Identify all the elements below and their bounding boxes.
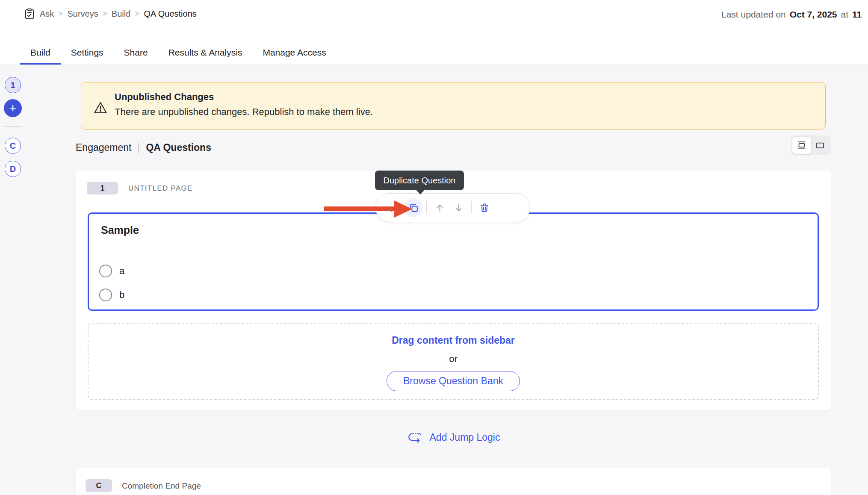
move-up-icon xyxy=(434,203,445,213)
unpublished-changes-banner: Unpublished Changes There are unpublishe… xyxy=(81,82,826,130)
page-number-badge: 1 xyxy=(87,182,118,194)
breadcrumb-item-surveys[interactable]: Surveys xyxy=(67,9,98,19)
context-divider: | xyxy=(137,142,140,153)
last-updated-time: 11 xyxy=(852,9,862,20)
scroll-view-icon xyxy=(796,140,807,151)
breadcrumb: Ask > Surveys > Build > QA Questions xyxy=(24,8,197,20)
add-jump-logic-label: Add Jump Logic xyxy=(430,432,500,443)
tab-manage-access[interactable]: Manage Access xyxy=(252,42,336,65)
move-question-down-button[interactable] xyxy=(449,198,468,217)
toolbar-divider xyxy=(426,201,427,214)
card-view-icon xyxy=(815,140,826,151)
app-header: Ask > Surveys > Build > QA Questions Las… xyxy=(0,0,868,65)
completion-end-page-card[interactable]: C Completion End Page xyxy=(76,468,831,495)
question-option-row: b xyxy=(99,289,124,301)
survey-builder-screen: Ask > Surveys > Build > QA Questions Las… xyxy=(0,0,868,495)
tab-share[interactable]: Share xyxy=(114,42,158,65)
rail-completion-button[interactable]: C xyxy=(5,138,21,154)
completion-badge: C xyxy=(86,479,112,492)
breadcrumb-item-current: QA Questions xyxy=(144,9,196,19)
delete-question-button[interactable] xyxy=(475,198,494,217)
duplicate-question-tooltip: Duplicate Question xyxy=(375,171,464,190)
delete-icon xyxy=(479,202,490,213)
survey-page-card: 1 UNTITLED PAGE Duplicate Question xyxy=(76,171,831,410)
warning-triangle-icon xyxy=(93,100,108,115)
question-block[interactable]: Sample a b xyxy=(88,212,819,311)
card-view-button[interactable] xyxy=(811,137,830,154)
last-updated-date: Oct 7, 2025 xyxy=(790,9,837,20)
browse-question-bank-button[interactable]: Browse Question Bank xyxy=(387,371,520,391)
dropzone-or-text: or xyxy=(89,354,818,365)
completion-label: Completion End Page xyxy=(122,481,201,491)
survey-name: Engagement xyxy=(76,142,131,153)
radio-button[interactable] xyxy=(99,289,112,301)
rail-disqualification-button[interactable]: D xyxy=(5,161,21,177)
toolbar-divider xyxy=(471,201,472,214)
tooltip-caret xyxy=(416,190,425,194)
rail-divider xyxy=(4,127,21,127)
radio-button[interactable] xyxy=(99,265,112,277)
tooltip-label: Duplicate Question xyxy=(384,176,456,186)
question-option-row: a xyxy=(99,265,124,277)
option-label: a xyxy=(119,265,124,277)
scroll-view-button[interactable] xyxy=(792,137,811,154)
breadcrumb-item-build[interactable]: Build xyxy=(112,9,130,19)
content-dropzone[interactable]: Drag content from sidebar or Browse Ques… xyxy=(88,323,819,400)
plus-icon: + xyxy=(9,101,17,115)
tab-results-analysis[interactable]: Results & Analysis xyxy=(158,42,253,65)
section-title: QA Questions xyxy=(146,142,211,153)
last-updated-status: Last updated on Oct 7, 2025 at 11 xyxy=(721,9,862,20)
dropzone-primary-text: Drag content from sidebar xyxy=(89,335,818,346)
red-arrow-shaft xyxy=(324,206,396,211)
view-toggle xyxy=(791,136,831,155)
breadcrumb-separator: > xyxy=(135,9,139,18)
last-updated-at: at xyxy=(841,9,849,20)
rail-page-1-button[interactable]: 1 xyxy=(5,77,21,93)
tab-settings[interactable]: Settings xyxy=(61,42,114,65)
jump-logic-icon xyxy=(407,431,424,444)
move-question-up-button[interactable] xyxy=(430,198,449,217)
breadcrumb-separator: > xyxy=(103,9,107,18)
option-label: b xyxy=(119,289,124,301)
page-title-label: UNTITLED PAGE xyxy=(128,184,193,193)
last-updated-prefix: Last updated on xyxy=(721,9,786,20)
rail-add-page-button[interactable]: + xyxy=(4,99,22,117)
banner-title: Unpublished Changes xyxy=(115,91,214,103)
survey-tabs: Build Settings Share Results & Analysis … xyxy=(20,42,337,65)
add-jump-logic-link[interactable]: Add Jump Logic xyxy=(407,431,500,444)
banner-message: There are unpublished changes. Republish… xyxy=(115,106,373,118)
question-title: Sample xyxy=(101,224,139,236)
survey-clipboard-icon xyxy=(24,8,35,20)
breadcrumb-item-ask[interactable]: Ask xyxy=(40,9,54,19)
tab-build[interactable]: Build xyxy=(20,42,61,65)
red-arrow-head xyxy=(394,200,412,218)
context-bar: Engagement | QA Questions xyxy=(76,141,211,154)
move-down-icon xyxy=(453,203,464,213)
breadcrumb-separator: > xyxy=(58,9,63,18)
